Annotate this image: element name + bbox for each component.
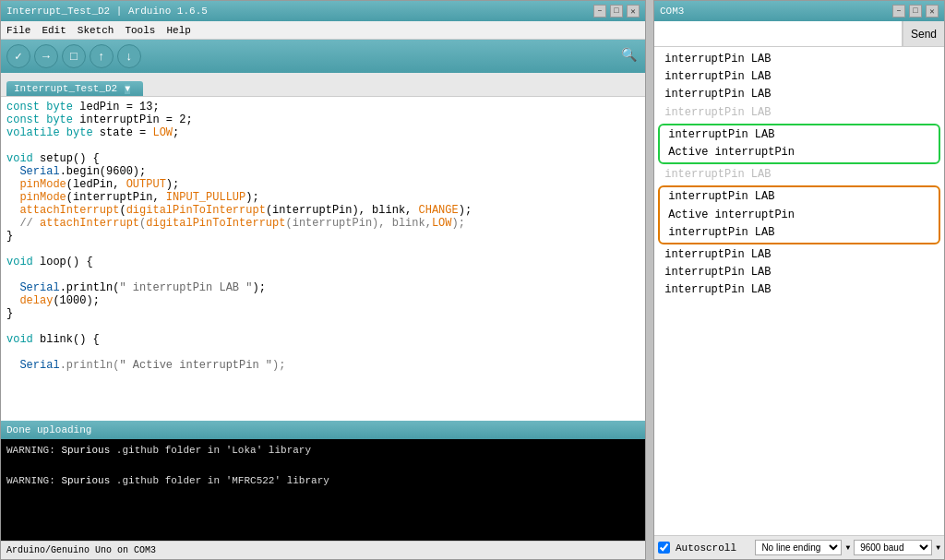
code-line: const byte ledPin = 13; <box>6 101 640 113</box>
console-line <box>6 459 640 474</box>
com-output-line: interruptPin LAB <box>658 86 940 103</box>
code-line: pinMode(interruptPin, INPUT_PULLUP); <box>6 191 640 204</box>
code-line <box>6 268 640 281</box>
com-output-line: interruptPin LAB <box>658 51 940 68</box>
green-highlight-group: interruptPin LAB Active interruptPin <box>658 124 940 164</box>
com-minimize-button[interactable]: – <box>892 5 905 18</box>
com-output-line: interruptPin LAB <box>662 224 937 242</box>
line-ending-select[interactable]: No line ending Newline Carriage return B… <box>755 540 842 555</box>
verify-button[interactable]: ✓ <box>6 44 30 68</box>
com-serial-output[interactable]: interruptPin LAB interruptPin LAB interr… <box>654 47 944 535</box>
com-output-container: interruptPin LAB interruptPin LAB interr… <box>654 47 944 535</box>
arduino-window: Interrupt_Test_D2 | Arduino 1.6.5 – □ ✕ … <box>0 0 646 560</box>
toolbar: ✓ → □ ↑ ↓ 🔍 <box>1 40 645 73</box>
code-line <box>6 243 640 256</box>
arduino-title-bar: Interrupt_Test_D2 | Arduino 1.6.5 – □ ✕ <box>1 1 645 21</box>
code-line: volatile byte state = LOW; <box>6 126 640 139</box>
code-line <box>6 346 640 359</box>
com-output-line: interruptPin LAB <box>658 166 940 184</box>
maximize-button[interactable]: □ <box>610 5 623 18</box>
code-line: attachInterrupt(digitalPinToInterrupt(in… <box>6 204 640 217</box>
code-container: const byte ledPin = 13; const byte inter… <box>1 97 645 421</box>
serial-input[interactable] <box>654 21 903 46</box>
com-output-line: interruptPin LAB <box>662 126 937 144</box>
com-window-controls: – □ ✕ <box>892 5 939 18</box>
console-line: WARNING: Spurious .github folder in 'Lok… <box>6 443 640 459</box>
code-line: Serial.println(" interruptPin LAB "); <box>6 281 640 294</box>
com-output-line: interruptPin LAB <box>658 104 940 122</box>
status-bar: Done uploading <box>1 421 645 439</box>
tab-label: Interrupt_Test_D2 <box>14 83 117 94</box>
code-line: Serial.println(" Active interruptPin "); <box>6 359 640 372</box>
com-output-line: interruptPin LAB <box>658 68 940 86</box>
com-title-bar: COM3 – □ ✕ <box>654 1 944 21</box>
code-line: } <box>6 230 640 243</box>
autoscroll-checkbox[interactable] <box>658 542 670 554</box>
search-icon[interactable]: 🔍 <box>621 47 640 66</box>
code-line: // attachInterrupt(digitalPinToInterrupt… <box>6 217 640 230</box>
com-output-line: Active interruptPin <box>662 207 937 224</box>
status-text: Done uploading <box>6 424 91 435</box>
com-output-line: interruptPin LAB <box>658 281 940 299</box>
com-maximize-button[interactable]: □ <box>909 5 922 18</box>
autoscroll-label: Autoscroll <box>676 542 736 554</box>
send-button[interactable]: Send <box>903 21 944 46</box>
code-line: void setup() { <box>6 152 640 165</box>
menu-edit[interactable]: Edit <box>42 25 66 36</box>
code-line: void blink() { <box>6 333 640 346</box>
code-line: void loop() { <box>6 256 640 268</box>
com-output-line: interruptPin LAB <box>662 188 937 206</box>
dropdown-arrow-baud: ▼ <box>936 543 940 552</box>
menu-bar: File Edit Sketch Tools Help <box>1 21 645 40</box>
minimize-button[interactable]: – <box>593 5 606 18</box>
com-output-line: Active interruptPin <box>662 144 937 161</box>
menu-sketch[interactable]: Sketch <box>78 25 114 36</box>
arduino-title: Interrupt_Test_D2 | Arduino 1.6.5 <box>6 6 208 17</box>
baud-rate-select[interactable]: 300 baud 1200 baud 2400 baud 4800 baud 9… <box>854 540 932 555</box>
close-button[interactable]: ✕ <box>627 5 640 18</box>
com-window: COM3 – □ ✕ Send interruptPin LAB interru… <box>653 0 945 560</box>
code-line: delay(1000); <box>6 294 640 307</box>
tab-dropdown-icon[interactable]: ▼ <box>125 84 130 94</box>
code-content: const byte ledPin = 13; const byte inter… <box>1 97 645 421</box>
upload-button[interactable]: → <box>34 44 58 68</box>
com-close-button[interactable]: ✕ <box>926 5 939 18</box>
active-tab[interactable]: Interrupt_Test_D2 ▼ <box>6 81 143 96</box>
window-controls: – □ ✕ <box>593 5 640 18</box>
code-line: pinMode(ledPin, OUTPUT); <box>6 178 640 191</box>
new-button[interactable]: □ <box>62 44 86 68</box>
code-line: } <box>6 307 640 320</box>
menu-file[interactable]: File <box>6 25 30 36</box>
com-input-area: Send <box>654 21 944 47</box>
code-line <box>6 139 640 152</box>
menu-help[interactable]: Help <box>166 25 190 36</box>
board-info: Arduino/Genuino Uno on COM3 <box>6 545 156 555</box>
arduino-bottom-bar: Arduino/Genuino Uno on COM3 <box>1 541 645 559</box>
open-button[interactable]: ↑ <box>90 44 114 68</box>
console-area[interactable]: WARNING: Spurious .github folder in 'Lok… <box>1 439 645 541</box>
console-line: WARNING: Spurious .github folder in 'MFR… <box>6 473 640 489</box>
code-line: Serial.begin(9600); <box>6 165 640 178</box>
code-editor[interactable]: const byte ledPin = 13; const byte inter… <box>1 97 645 421</box>
save-button[interactable]: ↓ <box>117 44 141 68</box>
orange-highlight-group: interruptPin LAB Active interruptPin int… <box>658 185 940 244</box>
dropdown-arrow-line-ending: ▼ <box>845 543 850 552</box>
com-bottom-bar: Autoscroll No line ending Newline Carria… <box>654 535 944 559</box>
tab-bar: Interrupt_Test_D2 ▼ <box>1 73 645 97</box>
com-output-line: interruptPin LAB <box>658 264 940 281</box>
com-output-line: interruptPin LAB <box>658 246 940 264</box>
com-title: COM3 <box>660 6 684 17</box>
code-line <box>6 320 640 333</box>
menu-tools[interactable]: Tools <box>125 25 155 36</box>
code-line: const byte interruptPin = 2; <box>6 113 640 126</box>
